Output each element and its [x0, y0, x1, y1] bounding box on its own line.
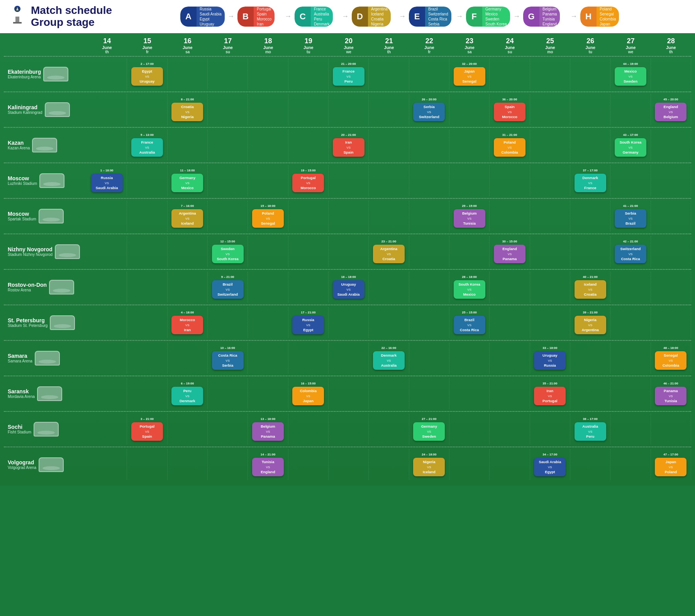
venue-arena-6: Rostov Arena: [8, 288, 47, 292]
matches-grid-2: 5 – 13:00FranceVSAustralia20 – 21:00Iran…: [87, 130, 691, 161]
cell-9-11: 35 – 21:00IranVSPortugal: [530, 378, 570, 409]
arrow-3: →: [399, 12, 406, 20]
cell-9-0: [87, 378, 127, 409]
match-num-time-44: 44 – 19:00: [623, 62, 638, 66]
venue-info-4: Moscow Spartak Stadium: [4, 209, 87, 223]
cell-11-6: [329, 449, 369, 480]
cell-11-10: [490, 449, 530, 480]
venue-arena-8: Samara Arena: [8, 359, 32, 363]
match-card-40: IcelandVSCroatia: [575, 280, 606, 299]
match-num-time-5: 5 – 13:00: [141, 133, 154, 137]
date-col-11: 25Junemo: [530, 37, 570, 54]
cell-6-8: [409, 272, 449, 303]
header: Match scheduleGroup stage ARussiaSaudi A…: [0, 0, 695, 33]
match-num-time-28: 28 – 18:00: [462, 275, 477, 279]
venue-name-6: Rostov-on-Don: [8, 282, 47, 288]
match-num-time-23: 23 – 21:00: [381, 240, 396, 244]
cell-8-9: [449, 343, 490, 374]
cell-2-11: [530, 130, 570, 161]
match-wrapper-2-20: 20 – 21:00IranVSSpain: [333, 133, 364, 156]
cell-10-8: 27 – 21:00GermanyVSSweden: [409, 414, 449, 445]
cell-11-5: [288, 449, 329, 480]
match-wrapper-5-30: 30 – 15:00EnglandVSPanama: [494, 240, 525, 263]
match-num-time-36: 36 – 20:00: [502, 98, 517, 102]
match-card-24: NigeriaVSIceland: [413, 458, 445, 476]
group-letter-A: A: [180, 7, 197, 27]
cell-11-12: [570, 449, 610, 480]
venue-info-5: Nizhny Novgorod Stadium Nizhny Novgorod: [4, 244, 87, 259]
date-col-6: 20Junewe: [329, 37, 369, 54]
cell-4-13: 41 – 21:00SerbiaVSBrazil: [610, 201, 651, 232]
matches-grid-11: 14 – 21:00TunisiaVSEngland24 – 18:00Nige…: [87, 449, 691, 480]
venue-row-5: Nizhny Novgorod Stadium Nizhny Novgorod …: [4, 234, 691, 269]
group-teams-D: ArgentinaIcelandCroatiaNigeria: [368, 7, 391, 27]
group-letter-D: D: [352, 7, 368, 27]
cell-3-12: 37 – 17:00DenmarkVSFrance: [570, 165, 610, 196]
cell-2-8: [409, 130, 449, 161]
venue-row-2: Kazan Kazan Arena 5 – 13:00FranceVSAustr…: [4, 127, 691, 162]
matches-grid-8: 10 – 16:00Costa RicaVSSerbia22 – 16:00De…: [87, 343, 691, 374]
cell-7-12: 39 – 21:00NigeriaVSArgentina: [570, 307, 610, 338]
cell-10-6: [329, 414, 369, 445]
match-wrapper-0-2: 2 – 17:00EgyptVSUruguay: [131, 62, 163, 85]
cell-3-9: [449, 165, 490, 196]
match-num-time-24: 24 – 18:00: [422, 453, 436, 457]
title-line2: Group stage: [31, 16, 95, 28]
match-num-time-43: 43 – 17:00: [623, 133, 638, 137]
match-card-37: DenmarkVSFrance: [575, 174, 606, 192]
match-wrapper-2-5: 5 – 13:00FranceVSAustralia: [131, 133, 163, 156]
cell-9-2: 6 – 19:00PeruVSDenmark: [168, 378, 208, 409]
match-card-44: MexicoVSSweden: [615, 67, 646, 86]
arrow-2: →: [342, 12, 349, 20]
arrow-1: →: [285, 12, 292, 20]
match-wrapper-10-38: 38 – 17:00AustraliaVSPeru: [575, 417, 606, 440]
venue-name-7: St. Petersburg: [8, 317, 47, 323]
cell-0-11: [530, 59, 570, 90]
match-wrapper-7-25: 25 – 15:00BrazilVSCosta Rica: [454, 311, 485, 334]
cell-3-7: [369, 165, 409, 196]
venue-info-0: Ekaterinburg Ekaterinburg Arena: [4, 67, 87, 81]
cell-1-9: [449, 94, 490, 125]
group-teams-F: GermanyMexicoSwedenSouth Korea: [482, 7, 510, 27]
cell-9-4: [248, 378, 288, 409]
group-badge-E: EBrazilSwitzerlandCosta RicaSerbia: [409, 7, 455, 27]
cell-2-14: [651, 130, 691, 161]
match-card-17: RussiaVSEgypt: [292, 316, 324, 334]
cell-2-9: [449, 130, 490, 161]
venue-row-8: Samara Samara Arena 10 – 16:00Costa Rica…: [4, 340, 691, 376]
venue-info-7: St. Petersburg Stadium St. Petersburg: [4, 315, 87, 330]
match-wrapper-5-23: 23 – 21:00ArgentinaVSCroatia: [373, 240, 405, 263]
cell-0-9: 32 – 20:00JapanVSSenegal: [449, 59, 490, 90]
cell-11-3: [208, 449, 248, 480]
group-teams-G: BelgiumPanamaTunisiaEngland: [539, 7, 560, 27]
match-num-time-21: 21 – 20:00: [341, 62, 356, 66]
title-line1: Match schedule: [31, 4, 112, 16]
venue-arena-11: Volgograd Arena: [8, 465, 36, 470]
cell-5-6: [329, 236, 369, 267]
match-wrapper-11-47: 47 – 17:00JapanVSPoland: [655, 453, 687, 476]
cell-5-10: 30 – 15:00EnglandVSPanama: [490, 236, 530, 267]
match-card-12: SwedenVSSouth Korea: [212, 245, 244, 263]
match-card-4: MoroccoVSIran: [171, 316, 203, 334]
cell-5-13: 42 – 21:00SwitzerlandVSCosta Rica: [610, 236, 651, 267]
match-card-46: PanamaVSTunisia: [655, 387, 687, 405]
group-letter-B: B: [237, 7, 254, 27]
arrow-4: →: [456, 12, 463, 20]
match-num-time-7: 7 – 16:00: [181, 204, 194, 208]
cell-4-3: [208, 201, 248, 232]
cell-2-13: 43 – 17:00South KoreaVSGermany: [610, 130, 651, 161]
cell-5-0: [87, 236, 127, 267]
match-num-time-34: 34 – 17:00: [542, 453, 557, 457]
venue-row-7: St. Petersburg Stadium St. Petersburg 4 …: [4, 305, 691, 340]
date-col-14: 28Juneth: [651, 37, 691, 54]
match-card-22: DenmarkVSAustralia: [373, 351, 405, 370]
cell-8-14: 48 – 18:00SenegalVSColombia: [651, 343, 691, 374]
match-card-15: PolandVSSenegal: [252, 209, 284, 228]
match-num-time-25: 25 – 15:00: [462, 311, 477, 315]
match-card-11: GermanyVSMexico: [171, 174, 203, 192]
venue-row-0: Ekaterinburg Ekaterinburg Arena 2 – 17:0…: [4, 56, 691, 91]
match-wrapper-9-35: 35 – 21:00IranVSPortugal: [534, 382, 566, 405]
cell-6-1: [127, 272, 167, 303]
match-wrapper-11-14: 14 – 21:00TunisiaVSEngland: [252, 453, 284, 476]
cell-6-11: [530, 272, 570, 303]
